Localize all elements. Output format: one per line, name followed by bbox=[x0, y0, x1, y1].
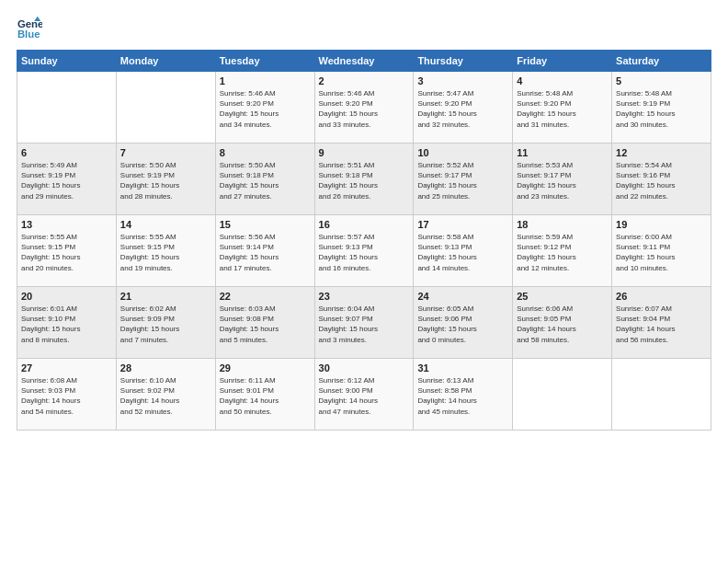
calendar-cell bbox=[17, 72, 117, 144]
day-info: Sunrise: 6:06 AM Sunset: 9:05 PM Dayligh… bbox=[517, 304, 608, 345]
day-info: Sunrise: 5:56 AM Sunset: 9:14 PM Dayligh… bbox=[220, 232, 311, 273]
day-info: Sunrise: 5:54 AM Sunset: 9:16 PM Dayligh… bbox=[616, 160, 707, 201]
day-info: Sunrise: 6:03 AM Sunset: 9:08 PM Dayligh… bbox=[220, 304, 311, 345]
calendar-cell: 7Sunrise: 5:50 AM Sunset: 9:19 PM Daylig… bbox=[116, 144, 215, 215]
calendar-cell bbox=[116, 72, 215, 144]
calendar-cell: 6Sunrise: 5:49 AM Sunset: 9:19 PM Daylig… bbox=[17, 144, 117, 215]
day-info: Sunrise: 5:48 AM Sunset: 9:19 PM Dayligh… bbox=[616, 88, 707, 130]
day-number: 29 bbox=[220, 362, 311, 373]
day-number: 16 bbox=[319, 219, 410, 230]
weekday-row: SundayMondayTuesdayWednesdayThursdayFrid… bbox=[17, 51, 711, 72]
day-info: Sunrise: 5:50 AM Sunset: 9:18 PM Dayligh… bbox=[220, 160, 311, 201]
day-info: Sunrise: 5:53 AM Sunset: 9:17 PM Dayligh… bbox=[517, 160, 608, 201]
calendar-cell: 24Sunrise: 6:05 AM Sunset: 9:06 PM Dayli… bbox=[414, 287, 513, 359]
day-number: 27 bbox=[21, 362, 112, 373]
day-info: Sunrise: 6:04 AM Sunset: 9:07 PM Dayligh… bbox=[319, 304, 410, 345]
day-info: Sunrise: 5:58 AM Sunset: 9:13 PM Dayligh… bbox=[417, 232, 508, 273]
day-number: 11 bbox=[517, 147, 608, 158]
calendar-cell: 19Sunrise: 6:00 AM Sunset: 9:11 PM Dayli… bbox=[612, 215, 711, 287]
day-number: 31 bbox=[417, 362, 508, 373]
calendar-cell: 3Sunrise: 5:47 AM Sunset: 9:20 PM Daylig… bbox=[414, 72, 513, 144]
day-info: Sunrise: 6:01 AM Sunset: 9:10 PM Dayligh… bbox=[21, 304, 112, 345]
calendar-cell: 14Sunrise: 5:55 AM Sunset: 9:15 PM Dayli… bbox=[116, 215, 215, 287]
calendar-cell: 31Sunrise: 6:13 AM Sunset: 8:58 PM Dayli… bbox=[414, 359, 513, 431]
calendar-cell: 28Sunrise: 6:10 AM Sunset: 9:02 PM Dayli… bbox=[116, 359, 215, 431]
day-number: 2 bbox=[319, 75, 410, 86]
day-number: 28 bbox=[120, 362, 211, 373]
day-number: 14 bbox=[120, 219, 211, 230]
calendar-cell: 29Sunrise: 6:11 AM Sunset: 9:01 PM Dayli… bbox=[215, 359, 314, 431]
day-number: 4 bbox=[517, 75, 608, 86]
calendar-cell bbox=[612, 359, 711, 431]
day-number: 1 bbox=[220, 75, 311, 86]
calendar-cell: 15Sunrise: 5:56 AM Sunset: 9:14 PM Dayli… bbox=[215, 215, 314, 287]
svg-text:Blue: Blue bbox=[17, 29, 40, 40]
day-info: Sunrise: 5:57 AM Sunset: 9:13 PM Dayligh… bbox=[319, 232, 410, 273]
day-number: 18 bbox=[517, 219, 608, 230]
day-info: Sunrise: 6:10 AM Sunset: 9:02 PM Dayligh… bbox=[120, 375, 211, 417]
day-number: 8 bbox=[220, 147, 311, 158]
day-number: 22 bbox=[220, 291, 311, 302]
week-row-3: 13Sunrise: 5:55 AM Sunset: 9:15 PM Dayli… bbox=[17, 215, 711, 287]
day-info: Sunrise: 6:08 AM Sunset: 9:03 PM Dayligh… bbox=[21, 375, 112, 417]
day-info: Sunrise: 5:48 AM Sunset: 9:20 PM Dayligh… bbox=[517, 88, 608, 130]
day-number: 9 bbox=[319, 147, 410, 158]
week-row-4: 20Sunrise: 6:01 AM Sunset: 9:10 PM Dayli… bbox=[17, 287, 711, 359]
day-number: 5 bbox=[616, 75, 707, 86]
day-number: 24 bbox=[417, 291, 508, 302]
day-info: Sunrise: 5:49 AM Sunset: 9:19 PM Dayligh… bbox=[21, 160, 112, 201]
week-row-1: 1Sunrise: 5:46 AM Sunset: 9:20 PM Daylig… bbox=[17, 72, 711, 144]
calendar-cell: 4Sunrise: 5:48 AM Sunset: 9:20 PM Daylig… bbox=[513, 72, 612, 144]
calendar-cell: 17Sunrise: 5:58 AM Sunset: 9:13 PM Dayli… bbox=[414, 215, 513, 287]
header: General Blue bbox=[17, 15, 711, 40]
day-number: 17 bbox=[417, 219, 508, 230]
weekday-header-thursday: Thursday bbox=[414, 51, 513, 72]
calendar-cell: 2Sunrise: 5:46 AM Sunset: 9:20 PM Daylig… bbox=[314, 72, 414, 144]
day-info: Sunrise: 5:55 AM Sunset: 9:15 PM Dayligh… bbox=[120, 232, 211, 273]
weekday-header-sunday: Sunday bbox=[17, 51, 117, 72]
calendar-cell: 13Sunrise: 5:55 AM Sunset: 9:15 PM Dayli… bbox=[17, 215, 117, 287]
day-number: 6 bbox=[21, 147, 112, 158]
day-info: Sunrise: 6:12 AM Sunset: 9:00 PM Dayligh… bbox=[319, 375, 410, 417]
weekday-header-tuesday: Tuesday bbox=[215, 51, 314, 72]
logo: General Blue bbox=[17, 15, 44, 40]
day-info: Sunrise: 6:11 AM Sunset: 9:01 PM Dayligh… bbox=[220, 375, 311, 417]
day-number: 20 bbox=[21, 291, 112, 302]
calendar-cell: 27Sunrise: 6:08 AM Sunset: 9:03 PM Dayli… bbox=[17, 359, 117, 431]
weekday-header-saturday: Saturday bbox=[612, 51, 711, 72]
calendar-cell: 18Sunrise: 5:59 AM Sunset: 9:12 PM Dayli… bbox=[513, 215, 612, 287]
weekday-header-monday: Monday bbox=[116, 51, 215, 72]
day-info: Sunrise: 5:52 AM Sunset: 9:17 PM Dayligh… bbox=[417, 160, 508, 201]
calendar-cell: 9Sunrise: 5:51 AM Sunset: 9:18 PM Daylig… bbox=[314, 144, 414, 215]
day-number: 26 bbox=[616, 291, 707, 302]
calendar-cell: 16Sunrise: 5:57 AM Sunset: 9:13 PM Dayli… bbox=[314, 215, 414, 287]
day-info: Sunrise: 5:46 AM Sunset: 9:20 PM Dayligh… bbox=[220, 88, 311, 130]
calendar-cell: 8Sunrise: 5:50 AM Sunset: 9:18 PM Daylig… bbox=[215, 144, 314, 215]
calendar-cell: 23Sunrise: 6:04 AM Sunset: 9:07 PM Dayli… bbox=[314, 287, 414, 359]
calendar-cell: 1Sunrise: 5:46 AM Sunset: 9:20 PM Daylig… bbox=[215, 72, 314, 144]
calendar-cell: 20Sunrise: 6:01 AM Sunset: 9:10 PM Dayli… bbox=[17, 287, 117, 359]
day-number: 3 bbox=[417, 75, 508, 86]
day-info: Sunrise: 5:59 AM Sunset: 9:12 PM Dayligh… bbox=[517, 232, 608, 273]
weekday-header-wednesday: Wednesday bbox=[314, 51, 414, 72]
day-number: 25 bbox=[517, 291, 608, 302]
day-info: Sunrise: 6:02 AM Sunset: 9:09 PM Dayligh… bbox=[120, 304, 211, 345]
calendar-cell: 12Sunrise: 5:54 AM Sunset: 9:16 PM Dayli… bbox=[612, 144, 711, 215]
day-number: 23 bbox=[319, 291, 410, 302]
day-number: 12 bbox=[616, 147, 707, 158]
day-number: 21 bbox=[120, 291, 211, 302]
day-number: 30 bbox=[319, 362, 410, 373]
calendar-header: SundayMondayTuesdayWednesdayThursdayFrid… bbox=[17, 51, 711, 72]
calendar-cell: 30Sunrise: 6:12 AM Sunset: 9:00 PM Dayli… bbox=[314, 359, 414, 431]
day-info: Sunrise: 5:47 AM Sunset: 9:20 PM Dayligh… bbox=[417, 88, 508, 130]
day-info: Sunrise: 6:05 AM Sunset: 9:06 PM Dayligh… bbox=[417, 304, 508, 345]
day-info: Sunrise: 5:50 AM Sunset: 9:19 PM Dayligh… bbox=[120, 160, 211, 201]
day-info: Sunrise: 6:07 AM Sunset: 9:04 PM Dayligh… bbox=[616, 304, 707, 345]
day-info: Sunrise: 5:51 AM Sunset: 9:18 PM Dayligh… bbox=[319, 160, 410, 201]
calendar-body: 1Sunrise: 5:46 AM Sunset: 9:20 PM Daylig… bbox=[17, 72, 711, 431]
day-info: Sunrise: 5:55 AM Sunset: 9:15 PM Dayligh… bbox=[21, 232, 112, 273]
day-number: 15 bbox=[220, 219, 311, 230]
calendar-cell bbox=[513, 359, 612, 431]
day-info: Sunrise: 5:46 AM Sunset: 9:20 PM Dayligh… bbox=[319, 88, 410, 130]
day-info: Sunrise: 6:00 AM Sunset: 9:11 PM Dayligh… bbox=[616, 232, 707, 273]
